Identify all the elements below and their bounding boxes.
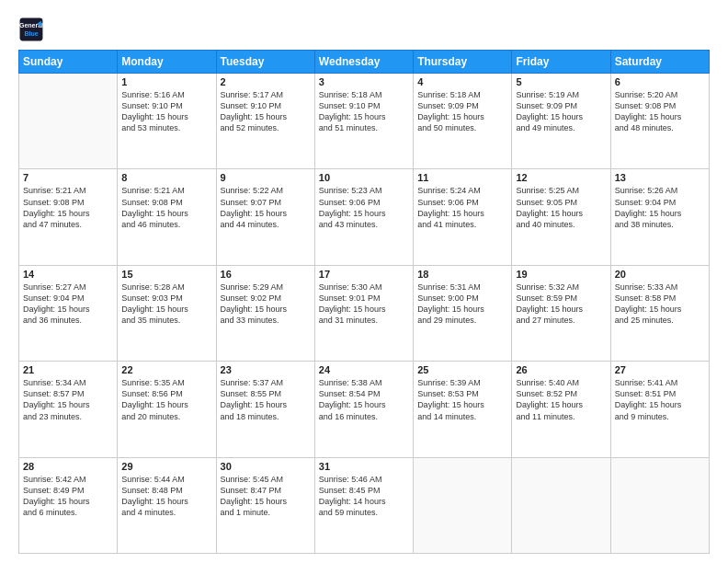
cell-info: Sunrise: 5:45 AM Sunset: 8:47 PM Dayligh… [221,474,311,519]
calendar-cell: 24Sunrise: 5:38 AM Sunset: 8:54 PM Dayli… [314,362,413,457]
day-number: 9 [221,172,311,183]
calendar-cell: 12Sunrise: 5:25 AM Sunset: 9:05 PM Dayli… [512,169,610,265]
calendar-cell: 5Sunrise: 5:19 AM Sunset: 9:09 PM Daylig… [512,74,610,169]
calendar-cell: 13Sunrise: 5:26 AM Sunset: 9:04 PM Dayli… [610,169,709,265]
day-number: 8 [121,172,211,183]
cell-info: Sunrise: 5:32 AM Sunset: 8:59 PM Dayligh… [516,282,606,327]
calendar-cell: 20Sunrise: 5:33 AM Sunset: 8:58 PM Dayli… [610,265,709,361]
day-number: 6 [615,76,705,87]
cell-info: Sunrise: 5:41 AM Sunset: 8:51 PM Dayligh… [615,377,705,422]
day-number: 14 [23,269,113,280]
calendar-cell: 6Sunrise: 5:20 AM Sunset: 9:08 PM Daylig… [610,74,709,169]
day-number: 17 [319,269,409,280]
calendar-cell: 11Sunrise: 5:24 AM Sunset: 9:06 PM Dayli… [414,169,512,265]
day-number: 31 [319,461,409,472]
day-number: 28 [23,461,113,472]
logo-icon: General Blue [18,17,44,42]
calendar-cell: 4Sunrise: 5:18 AM Sunset: 9:09 PM Daylig… [414,74,512,169]
cell-info: Sunrise: 5:18 AM Sunset: 9:10 PM Dayligh… [319,89,409,134]
calendar-cell: 26Sunrise: 5:40 AM Sunset: 8:52 PM Dayli… [512,362,610,457]
header: General Blue [18,17,710,42]
day-number: 12 [516,172,606,183]
cell-info: Sunrise: 5:19 AM Sunset: 9:09 PM Dayligh… [516,89,606,134]
day-number: 27 [615,364,705,375]
calendar-cell [512,457,610,553]
calendar-week-4: 21Sunrise: 5:34 AM Sunset: 8:57 PM Dayli… [19,362,710,457]
cell-info: Sunrise: 5:23 AM Sunset: 9:06 PM Dayligh… [319,185,409,230]
day-number: 16 [221,269,311,280]
cell-info: Sunrise: 5:33 AM Sunset: 8:58 PM Dayligh… [615,282,705,327]
cell-info: Sunrise: 5:38 AM Sunset: 8:54 PM Dayligh… [319,377,409,422]
calendar-cell: 3Sunrise: 5:18 AM Sunset: 9:10 PM Daylig… [314,74,413,169]
day-number: 7 [23,172,113,183]
day-number: 11 [417,172,507,183]
calendar-cell: 23Sunrise: 5:37 AM Sunset: 8:55 PM Dayli… [216,362,314,457]
calendar-cell: 16Sunrise: 5:29 AM Sunset: 9:02 PM Dayli… [216,265,314,361]
calendar-cell [19,74,118,169]
day-number: 10 [319,172,409,183]
cell-info: Sunrise: 5:28 AM Sunset: 9:03 PM Dayligh… [121,282,211,327]
calendar-cell [414,457,512,553]
svg-rect-0 [20,18,43,41]
calendar-cell: 25Sunrise: 5:39 AM Sunset: 8:53 PM Dayli… [414,362,512,457]
calendar-cell: 7Sunrise: 5:21 AM Sunset: 9:08 PM Daylig… [19,169,118,265]
calendar-cell [610,457,709,553]
calendar-cell: 2Sunrise: 5:17 AM Sunset: 9:10 PM Daylig… [216,74,314,169]
weekday-header-tuesday: Tuesday [216,51,314,74]
calendar-week-1: 1Sunrise: 5:16 AM Sunset: 9:10 PM Daylig… [19,74,710,169]
cell-info: Sunrise: 5:26 AM Sunset: 9:04 PM Dayligh… [615,185,705,230]
calendar-cell: 27Sunrise: 5:41 AM Sunset: 8:51 PM Dayli… [610,362,709,457]
calendar-week-2: 7Sunrise: 5:21 AM Sunset: 9:08 PM Daylig… [19,169,710,265]
calendar-week-3: 14Sunrise: 5:27 AM Sunset: 9:04 PM Dayli… [19,265,710,361]
day-number: 4 [417,76,507,87]
day-number: 22 [121,364,211,375]
day-number: 3 [319,76,409,87]
day-number: 25 [417,364,507,375]
calendar-cell: 8Sunrise: 5:21 AM Sunset: 9:08 PM Daylig… [118,169,216,265]
calendar-cell: 21Sunrise: 5:34 AM Sunset: 8:57 PM Dayli… [19,362,118,457]
cell-info: Sunrise: 5:40 AM Sunset: 8:52 PM Dayligh… [516,377,606,422]
weekday-header-wednesday: Wednesday [314,51,413,74]
calendar-cell: 30Sunrise: 5:45 AM Sunset: 8:47 PM Dayli… [216,457,314,553]
cell-info: Sunrise: 5:20 AM Sunset: 9:08 PM Dayligh… [615,89,705,134]
calendar-cell: 19Sunrise: 5:32 AM Sunset: 8:59 PM Dayli… [512,265,610,361]
cell-info: Sunrise: 5:44 AM Sunset: 8:48 PM Dayligh… [121,474,211,519]
day-number: 13 [615,172,705,183]
day-number: 29 [121,461,211,472]
calendar-cell: 28Sunrise: 5:42 AM Sunset: 8:49 PM Dayli… [19,457,118,553]
day-number: 24 [319,364,409,375]
calendar-cell: 29Sunrise: 5:44 AM Sunset: 8:48 PM Dayli… [118,457,216,553]
calendar-cell: 10Sunrise: 5:23 AM Sunset: 9:06 PM Dayli… [314,169,413,265]
calendar-cell: 31Sunrise: 5:46 AM Sunset: 8:45 PM Dayli… [314,457,413,553]
cell-info: Sunrise: 5:34 AM Sunset: 8:57 PM Dayligh… [23,377,113,422]
calendar-cell: 22Sunrise: 5:35 AM Sunset: 8:56 PM Dayli… [118,362,216,457]
day-number: 1 [121,76,211,87]
cell-info: Sunrise: 5:37 AM Sunset: 8:55 PM Dayligh… [221,377,311,422]
cell-info: Sunrise: 5:29 AM Sunset: 9:02 PM Dayligh… [221,282,311,327]
cell-info: Sunrise: 5:21 AM Sunset: 9:08 PM Dayligh… [23,185,113,230]
day-number: 23 [221,364,311,375]
day-number: 15 [121,269,211,280]
cell-info: Sunrise: 5:21 AM Sunset: 9:08 PM Dayligh… [121,185,211,230]
day-number: 20 [615,269,705,280]
cell-info: Sunrise: 5:16 AM Sunset: 9:10 PM Dayligh… [121,89,211,134]
calendar-cell: 1Sunrise: 5:16 AM Sunset: 9:10 PM Daylig… [118,74,216,169]
cell-info: Sunrise: 5:39 AM Sunset: 8:53 PM Dayligh… [417,377,507,422]
cell-info: Sunrise: 5:31 AM Sunset: 9:00 PM Dayligh… [417,282,507,327]
cell-info: Sunrise: 5:24 AM Sunset: 9:06 PM Dayligh… [417,185,507,230]
weekday-header-sunday: Sunday [19,51,118,74]
weekday-header-friday: Friday [512,51,610,74]
cell-info: Sunrise: 5:30 AM Sunset: 9:01 PM Dayligh… [319,282,409,327]
calendar-cell: 9Sunrise: 5:22 AM Sunset: 9:07 PM Daylig… [216,169,314,265]
cell-info: Sunrise: 5:25 AM Sunset: 9:05 PM Dayligh… [516,185,606,230]
calendar-week-5: 28Sunrise: 5:42 AM Sunset: 8:49 PM Dayli… [19,457,710,553]
calendar-cell: 17Sunrise: 5:30 AM Sunset: 9:01 PM Dayli… [314,265,413,361]
weekday-header-saturday: Saturday [610,51,709,74]
cell-info: Sunrise: 5:17 AM Sunset: 9:10 PM Dayligh… [221,89,311,134]
calendar-header-row: SundayMondayTuesdayWednesdayThursdayFrid… [19,51,710,74]
cell-info: Sunrise: 5:18 AM Sunset: 9:09 PM Dayligh… [417,89,507,134]
weekday-header-thursday: Thursday [414,51,512,74]
weekday-header-monday: Monday [118,51,216,74]
calendar-table: SundayMondayTuesdayWednesdayThursdayFrid… [18,50,710,554]
day-number: 19 [516,269,606,280]
